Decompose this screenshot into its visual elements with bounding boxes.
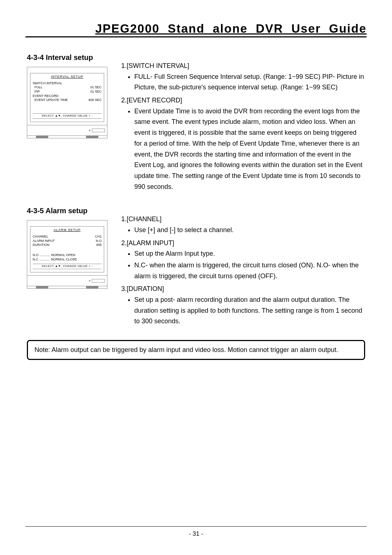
interval-item1-bullet: FULL- Full Screen Sequence Interval setu…: [134, 72, 365, 93]
foot-icon: [86, 136, 98, 138]
alarm-left: 4-3-5 Alarm setup ALARM SETUP CHANNELCH1…: [27, 205, 114, 329]
alarm-menu-title: ALARM SETUP: [33, 228, 102, 232]
alarm-menu-note: N.C ............ NORMAL CLOSE: [33, 258, 102, 262]
alarm-monitor: ALARM SETUP CHANNELCH1 ALARM INPUTN.O DU…: [27, 220, 114, 289]
alarm-item2-bullet: N.C- when the alarm is triggered, the ci…: [134, 260, 365, 281]
interval-item1-label: 1.[SWITCH INTERVAL]: [121, 61, 365, 72]
menu-label: PIP: [33, 90, 40, 94]
menu-val: 01 SEC: [90, 90, 102, 94]
alarm-text: 1.[CHANNEL] Use [+] and [-] to select a …: [114, 205, 365, 329]
note-box: Note: Alarm output can be triggered by a…: [27, 340, 365, 360]
main-content: 4-3-4 Interval setup INTERVAL SETUP SWIT…: [25, 52, 367, 360]
menu-val: 005: [96, 243, 102, 247]
alarm-item1-bullet: Use [+] and [-] to select a channel.: [134, 225, 365, 236]
foot-icon: [36, 286, 48, 288]
menu-label: SWITCH INTERVAL: [33, 81, 62, 86]
interval-menu-title: INTERVAL SETUP: [33, 75, 102, 79]
title-block: JPEG2000 Stand alone DVR User Guide: [25, 22, 367, 37]
menu-val: CH1: [95, 235, 102, 239]
menu-label: FULL: [33, 85, 42, 90]
led-icon: [89, 130, 90, 131]
led-icon: [89, 280, 90, 281]
section-interval: 4-3-4 Interval setup INTERVAL SETUP SWIT…: [27, 52, 365, 194]
menu-val: N.O: [96, 239, 102, 243]
drive-icon: [92, 279, 105, 283]
menu-val: 01 SEC: [90, 85, 102, 90]
alarm-item3-label: 3.[DURATION]: [121, 284, 365, 295]
interval-menu-legend: SELECT ▲▼, CHANGE VALUE + -: [33, 113, 102, 118]
interval-monitor: INTERVAL SETUP SWITCH INTERVAL FULL01 SE…: [27, 67, 114, 138]
menu-label: EVENT UPDATE TIME: [33, 98, 68, 102]
page: JPEG2000 Stand alone DVR User Guide 4-3-…: [0, 0, 392, 555]
interval-left: 4-3-4 Interval setup INTERVAL SETUP SWIT…: [27, 52, 114, 194]
interval-text: 1.[SWITCH INTERVAL] FULL- Full Screen Se…: [114, 52, 365, 194]
menu-val: 600 SEC: [89, 98, 102, 102]
menu-label: ALARM INPUT: [33, 239, 55, 243]
interval-item2-bullet: Event Update Time is to avoid the DVR fr…: [134, 106, 365, 193]
section-alarm: 4-3-5 Alarm setup ALARM SETUP CHANNELCH1…: [27, 205, 365, 329]
drive-icon: [92, 129, 105, 132]
alarm-item1-label: 1.[CHANNEL]: [121, 214, 365, 225]
interval-heading: 4-3-4 Interval setup: [27, 53, 114, 62]
page-footer: - 31 -: [25, 526, 367, 538]
menu-label: DURATION: [33, 243, 49, 247]
page-number: - 31 -: [189, 530, 203, 537]
alarm-item2-bullet: Set up the Alarm Input type.: [134, 248, 365, 259]
menu-label: EVENT RECORD: [33, 94, 58, 98]
alarm-item2-label: 2.[ALARM INPUT]: [121, 238, 365, 249]
foot-icon: [86, 286, 98, 288]
interval-item2-label: 2.[EVENT RECORD]: [121, 95, 365, 106]
doc-title: JPEG2000 Stand alone DVR User Guide: [25, 22, 367, 36]
alarm-item3-bullet: Set up a post- alarm recording duration …: [134, 295, 365, 327]
alarm-menu-note: N.O ............ NORMAL OPEN: [33, 253, 102, 258]
menu-label: CHANNEL: [33, 235, 48, 239]
alarm-heading: 4-3-5 Alarm setup: [27, 207, 114, 215]
foot-icon: [36, 136, 48, 138]
alarm-menu-legend: SELECT ▲▼, CHANGE VALUE + -: [33, 264, 102, 269]
